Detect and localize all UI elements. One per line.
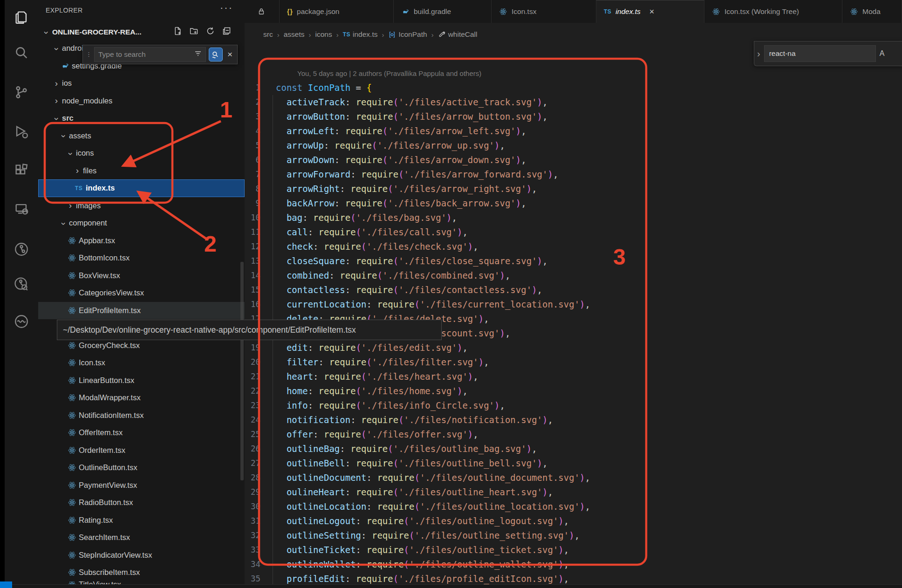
tab-package.json[interactable]: { }package.json [280, 0, 394, 23]
tree-item-label: index.ts [86, 184, 115, 192]
tree-item[interactable]: ModalWrapper.tsx [38, 389, 245, 407]
explorer-icon[interactable] [10, 6, 33, 29]
tree-item[interactable]: SearchItem.tsx [38, 529, 245, 547]
react-icon [66, 568, 77, 577]
remote-explorer-icon[interactable] [10, 198, 33, 221]
tree-item[interactable]: PaymentView.tsx [38, 477, 245, 494]
tree-item[interactable]: NotificationItem.tsx [38, 407, 245, 424]
editor-tab-bar: { }package.jsonbuild.gradleIcon.tsxTSind… [245, 0, 902, 23]
breadcrumb-item[interactable]: TSindex.ts [343, 30, 378, 39]
tree-item[interactable]: CategoriesView.tsx [38, 284, 245, 302]
tree-item[interactable]: ›ios [38, 75, 245, 92]
tab-locked-tab[interactable] [245, 0, 280, 23]
react-icon [66, 516, 77, 525]
tab-build.gradle[interactable]: build.gradle [394, 0, 492, 23]
filter-icon[interactable] [194, 50, 202, 59]
close-icon[interactable]: × [649, 7, 655, 17]
tree-item[interactable]: LinearButton.tsx [38, 372, 245, 390]
collapse-all-icon[interactable] [222, 26, 232, 36]
toggle-replace-icon[interactable]: › [757, 48, 760, 59]
activity-bar [5, 0, 39, 588]
search-icon[interactable] [10, 41, 33, 64]
breadcrumb-item[interactable]: src [263, 30, 273, 39]
extensions-icon[interactable] [10, 159, 33, 182]
remote-indicator[interactable] [0, 581, 12, 588]
tree-item-label: NotificationItem.tsx [79, 411, 144, 420]
tree-item-label: BoxView.tsx [79, 271, 120, 280]
tree-item[interactable]: Rating.tsx [38, 512, 245, 529]
tree-item[interactable]: ›assets [38, 127, 245, 145]
tree-item[interactable]: EditProfileItem.tsx [38, 302, 245, 320]
breadcrumb-label: src [263, 30, 273, 39]
tree-item-label: component [69, 219, 107, 227]
code-line: 4 arrowLeft: require('./files/arrow_left… [245, 124, 902, 138]
sidebar-scrollbar[interactable] [240, 262, 244, 480]
refresh-icon[interactable] [205, 26, 215, 36]
drag-handle-icon[interactable]: ⋮⋮ [86, 53, 91, 56]
search-input[interactable]: Type to search [94, 47, 206, 62]
tree-item[interactable]: TSindex.ts [38, 179, 245, 197]
breadcrumb-item[interactable]: whiteCall [438, 30, 478, 39]
tree-item[interactable]: BottomIcon.tsx [38, 249, 245, 267]
breadcrumb-item[interactable]: assets [284, 30, 305, 39]
react-icon [66, 498, 77, 507]
tree-item[interactable]: OrderItem.tsx [38, 442, 245, 459]
tree-item-label: icons [76, 149, 94, 157]
file-path-tooltip: ~/Desktop/Dev/online-grocery-react-nativ… [57, 320, 442, 340]
new-file-icon[interactable] [173, 26, 183, 36]
tree-item[interactable]: SubscribeItem.tsx [38, 564, 245, 581]
explorer-more-button[interactable]: ··· [220, 2, 233, 14]
tab-label: Icon.tsx (Working Tree) [724, 7, 799, 16]
tree-item[interactable]: OutlineButton.tsx [38, 459, 245, 477]
lock-icon [257, 7, 266, 16]
tree-item[interactable]: Appbar.tsx [38, 232, 245, 250]
tree-item[interactable]: StepIndicatorView.tsx [38, 547, 245, 564]
tree-item[interactable]: Icon.tsx [38, 354, 245, 372]
tab-label: build.gradle [414, 7, 451, 16]
breadcrumb-item[interactable]: icons [315, 30, 332, 39]
tab-Icon.tsx[interactable]: Icon.tsx [492, 0, 596, 23]
new-folder-icon[interactable] [189, 26, 199, 36]
tab-Moda[interactable]: Moda [842, 0, 902, 23]
tree-item-label: assets [69, 131, 91, 140]
tree-item[interactable]: ›files [38, 162, 245, 180]
react-icon [66, 358, 77, 367]
tree-item[interactable]: BoxView.tsx [38, 267, 245, 285]
explorer-title: EXPLORER [46, 7, 82, 14]
tree-item[interactable]: RadioButton.tsx [38, 494, 245, 512]
run-debug-icon[interactable] [10, 120, 33, 144]
project-root-row[interactable]: › ONLINE-GROCERY-REA... [38, 24, 245, 40]
tab-label: index.ts [615, 7, 640, 16]
tab-index.ts[interactable]: TSindex.ts× [596, 0, 704, 23]
breadcrumb-item[interactable]: IconPath [388, 30, 427, 39]
find-input[interactable]: react-na [764, 45, 876, 62]
chevron-down-icon: › [52, 115, 62, 123]
gitlens-icon[interactable] [10, 238, 33, 261]
tree-item[interactable]: ›node_modules [38, 92, 245, 110]
code-line: 27 outlineBell: require('./files/outline… [245, 456, 902, 471]
tree-item-label: PaymentView.tsx [79, 481, 137, 490]
code-line: 11 call: require('./files/call.svg'), [245, 225, 902, 239]
tree-item[interactable]: ›component [38, 214, 245, 232]
code-line: 20 filter: require('./files/filter.svg')… [245, 355, 902, 369]
fuzzy-search-toggle[interactable] [209, 48, 223, 62]
tree-item-label: files [83, 166, 96, 175]
code-line: 24 notification: require('./files/notifi… [245, 413, 902, 427]
tree-item-label: RadioButton.tsx [79, 498, 133, 507]
tree-item[interactable]: ›src [38, 109, 245, 127]
match-case-icon[interactable]: A [880, 49, 885, 58]
tree-item[interactable]: OfferItem.tsx [38, 424, 245, 442]
code-line: 1const IconPath = { [245, 81, 902, 95]
json-icon: { } [287, 8, 293, 15]
tab-Icon.tsx (Working Tree)[interactable]: Icon.tsx (Working Tree) [704, 0, 842, 23]
code-editor[interactable]: You, 5 days ago | 2 authors (Pravallika … [245, 46, 902, 588]
gitlens-inspect-icon[interactable] [10, 273, 33, 296]
source-control-icon[interactable] [10, 81, 33, 104]
tree-item[interactable]: ›images [38, 197, 245, 215]
breadcrumb-separator: › [430, 31, 435, 39]
tree-item[interactable]: ›icons [38, 144, 245, 162]
window-edge [0, 0, 5, 588]
breadcrumb-label: IconPath [398, 30, 427, 39]
close-icon[interactable]: × [226, 49, 234, 60]
commit-graph-icon[interactable] [10, 310, 33, 333]
